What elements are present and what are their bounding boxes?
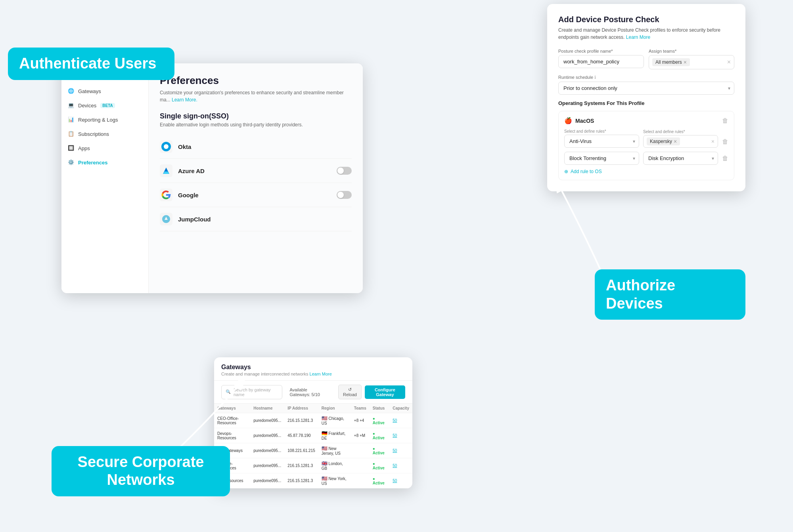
gw-status-4: ● Active: [370, 473, 390, 488]
google-logo: [160, 189, 172, 201]
rule1-tags-group: Select and define rules* Kaspersky × ×: [643, 130, 718, 148]
prefs-learn-more-link[interactable]: Learn More.: [172, 97, 197, 103]
posture-learn-more[interactable]: Learn More: [626, 34, 650, 40]
table-row[interactable]: API-Gateways puredome095... 108.221.61.2…: [214, 443, 412, 458]
sidebar-item-subscriptions[interactable]: 📋 Subscriptions: [61, 127, 148, 141]
gateways-title: Gateways: [221, 364, 405, 371]
sso-item-azure: Azure AD: [160, 159, 352, 183]
gw-capacity-1: 50: [389, 428, 412, 443]
rule2-select[interactable]: Block Torrenting: [564, 152, 639, 165]
azure-toggle[interactable]: [337, 167, 352, 175]
preferences-content: Preferences Customize your organization'…: [149, 63, 363, 293]
sidebar-item-preferences[interactable]: ⚙️ Preferences: [61, 155, 148, 170]
add-rule-plus: ⊕: [564, 169, 568, 174]
gateway-search-input[interactable]: 🔍 Search by gateway name: [221, 385, 282, 399]
sidebar-item-devices[interactable]: 💻 Devices BETA: [61, 98, 148, 113]
gw-name-1: Devops-Resources: [214, 428, 250, 443]
gateways-icon: 🌐: [68, 88, 74, 94]
gw-host-3: puredome095...: [250, 458, 284, 473]
profile-name-label: Posture check profile name*: [558, 49, 644, 53]
sidebar-item-apps[interactable]: 🔲 Apps: [61, 141, 148, 155]
reload-button[interactable]: ↺ Reload: [338, 385, 362, 399]
profile-name-input[interactable]: [558, 55, 644, 68]
rule2-select-group: Block Torrenting ▾: [564, 152, 639, 165]
gw-status-2: ● Active: [370, 443, 390, 458]
sso-title: Single sign-on(SSO): [160, 112, 352, 120]
search-icon: 🔍: [226, 389, 231, 395]
rule-row-1: Select and define rules* Anti-Virus ▾ Se…: [564, 129, 728, 148]
google-toggle[interactable]: [337, 191, 352, 199]
rule2-tag-select[interactable]: Disk Encryption: [643, 152, 718, 165]
os-name-label: MacOS: [575, 118, 594, 124]
preferences-icon: ⚙️: [68, 159, 74, 166]
add-rule-label: Add rule to OS: [571, 169, 602, 174]
assign-teams-input[interactable]: All members × ×: [649, 55, 734, 69]
sidebar-label-reporting: Reporting & Logs: [78, 117, 118, 123]
devices-beta-badge: BETA: [100, 103, 115, 108]
rule1-select[interactable]: Anti-Virus: [564, 135, 639, 148]
rule2-tags-group: Disk Encryption ▾: [643, 152, 718, 165]
configure-gateway-button[interactable]: Configure Gateway: [365, 385, 405, 399]
kaspersky-tag: Kaspersky ×: [647, 137, 680, 145]
reporting-icon: 📊: [68, 116, 74, 123]
search-placeholder: Search by gateway name: [234, 387, 278, 397]
gateways-learn-more[interactable]: Learn More: [310, 372, 332, 376]
rule1-tags-clear[interactable]: ×: [711, 138, 714, 145]
gw-region-1: 🇩🇪 Frankfurt, DE: [318, 428, 351, 443]
col-status: Status: [370, 404, 390, 413]
runtime-select[interactable]: Prior to connection only: [558, 82, 734, 95]
apps-icon: 🔲: [68, 145, 74, 151]
gateways-table-body: CEO-Office-Resources puredome095... 216.…: [214, 413, 412, 488]
okta-label: Okta: [178, 143, 191, 150]
sidebar-item-gateways[interactable]: 🌐 Gateways: [61, 84, 148, 98]
tags-clear-all[interactable]: ×: [727, 59, 731, 66]
runtime-select-wrap: Prior to connection only ▾: [558, 82, 734, 95]
col-ip: IP Address: [284, 404, 318, 413]
rule1-tags-input[interactable]: Kaspersky × ×: [643, 135, 718, 148]
os-delete-icon[interactable]: 🗑: [722, 117, 728, 124]
sso-item-okta: Okta: [160, 135, 352, 159]
sso-item-jumpcloud: JumpCloud: [160, 207, 352, 231]
gw-region-2: 🇺🇸 New Jersey, US: [318, 443, 351, 458]
table-row[interactable]: Devops-Resources puredome095... 45.87.78…: [214, 428, 412, 443]
gw-host-2: puredome095...: [250, 443, 284, 458]
kaspersky-remove[interactable]: ×: [674, 138, 677, 145]
gw-region-0: 🇺🇸 Chicago, US: [318, 413, 351, 428]
gw-host-0: puredome095...: [250, 413, 284, 428]
google-label: Google: [178, 192, 199, 198]
col-region: Region: [318, 404, 351, 413]
gw-region-3: 🇬🇧 London, GB: [318, 458, 351, 473]
rule2-delete-icon[interactable]: 🗑: [722, 155, 728, 162]
gw-capacity-2: 50: [389, 443, 412, 458]
rule1-select-group: Select and define rules* Anti-Virus ▾: [564, 129, 639, 148]
rule1-delete-icon[interactable]: 🗑: [722, 138, 728, 148]
authorize-devices-callout: Authorize Devices: [595, 269, 745, 320]
table-row[interactable]: CEO-Office-Resources puredome095... 216.…: [214, 413, 412, 428]
gw-ip-3: 216.15.1281.3: [284, 458, 318, 473]
table-row[interactable]: Finance-Resources puredome095... 216.15.…: [214, 458, 412, 473]
add-rule-button[interactable]: ⊕ Add rule to OS: [564, 169, 728, 174]
jumpcloud-label: JumpCloud: [178, 216, 211, 223]
svg-marker-5: [163, 172, 169, 174]
all-members-tag-remove[interactable]: ×: [684, 59, 687, 65]
gw-status-3: ● Active: [370, 458, 390, 473]
gw-status-0: ● Active: [370, 413, 390, 428]
gw-region-4: 🇺🇸 New York, US: [318, 473, 351, 488]
available-gateways-count: Available Gateways: 5/10: [282, 386, 335, 399]
sidebar-label-preferences: Preferences: [78, 160, 107, 166]
gw-host-4: puredome095...: [250, 473, 284, 488]
gw-teams-1: +8 +M: [351, 428, 370, 443]
sidebar-item-reporting[interactable]: 📊 Reporting & Logs: [61, 113, 148, 127]
svg-point-3: [164, 144, 169, 149]
gw-teams-3: [351, 458, 370, 473]
os-section-heading: Operating Systems For This Profile: [558, 100, 734, 106]
gateways-table-header: Gateways Hostname IP Address Region Team…: [214, 404, 412, 413]
gw-ip-4: 216.15.1281.3: [284, 473, 318, 488]
subscriptions-icon: 📋: [68, 131, 74, 137]
posture-check-panel: Add Device Posture Check Create and mana…: [547, 4, 745, 191]
gw-capacity-0: 50: [389, 413, 412, 428]
table-row[interactable]: HR-Resources puredome095... 216.15.1281.…: [214, 473, 412, 488]
posture-subtitle: Create and manage Device Posture Check p…: [558, 27, 734, 41]
rule1-label: Select and define rules*: [564, 129, 639, 133]
preferences-panel: 👥 Team Management 🌐 Gateways 💻 Devices B…: [61, 63, 363, 293]
